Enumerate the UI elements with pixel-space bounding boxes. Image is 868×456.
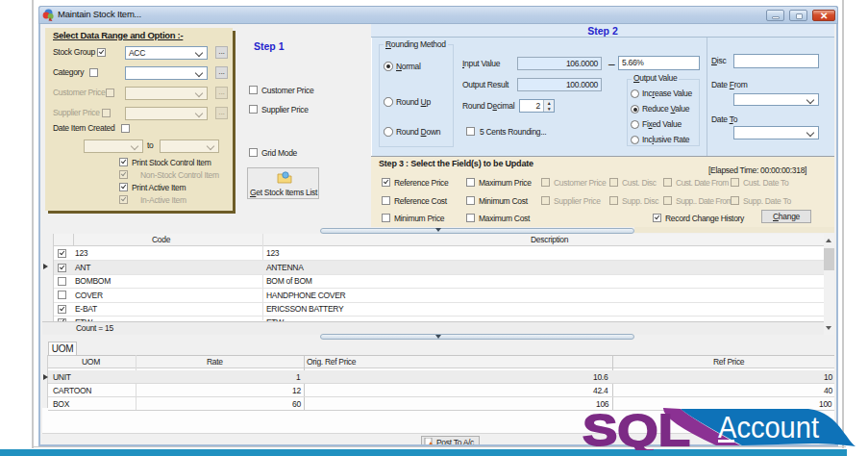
svg-text:Account: Account [718,411,819,444]
svg-text:SQL: SQL [583,405,690,450]
